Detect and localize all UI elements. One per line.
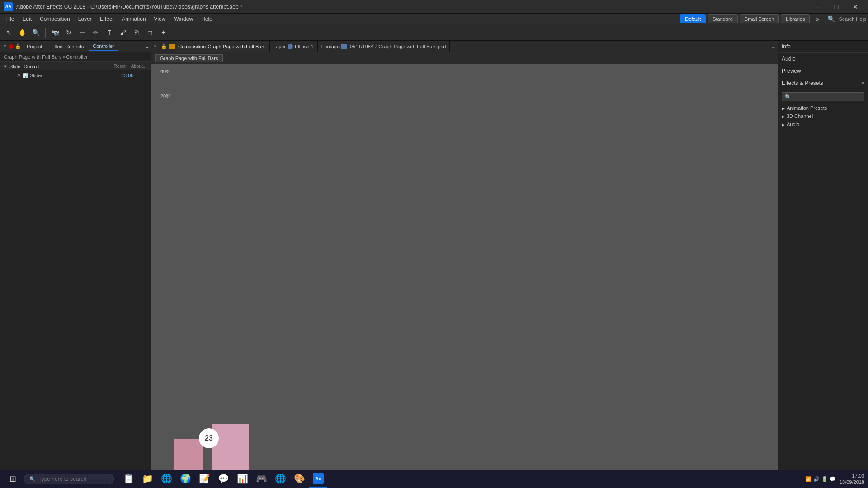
slider-prop: ⏱ 📊 Slider 23.00 [0,70,151,80]
audio-label: Audio [782,56,864,62]
slider-value[interactable]: 23.00 [121,73,148,78]
workspace-small-screen[interactable]: Small Screen [740,14,779,23]
percentage-40-label: 40% [160,69,170,74]
info-section[interactable]: Info [778,41,868,53]
effects-presets-label: Effects & Presets [782,80,823,86]
workspace-libraries[interactable]: Libraries [781,14,810,23]
footage-icon [341,44,347,49]
teams-btn[interactable]: 💬 [214,470,232,488]
bar-circle-label: 23 [199,428,219,448]
menu-effect[interactable]: Effect [96,15,117,23]
effects-presets-section[interactable]: Effects & Presets ≡ [778,77,868,89]
composition-viewer[interactable]: 40% 20% 23 ▭ ⊞ 📷 [151,64,778,488]
orbit-tool[interactable]: ↻ [63,27,75,38]
comp-tab-active[interactable]: Composition Graph Page with Full Bars [175,41,270,52]
viewer-background: 40% 20% 23 [151,64,778,474]
close-icon[interactable]: ✕ [3,43,7,49]
close-tab-icon[interactable]: ✕ [151,43,159,49]
stopwatch-icon[interactable]: ⏱ [16,73,21,78]
menu-layer[interactable]: Layer [75,15,95,23]
brush-tool[interactable]: 🖌 [117,27,129,38]
taskbar-search-input[interactable] [38,476,102,482]
start-button[interactable]: ⊞ [4,470,22,488]
workspace-default[interactable]: Default [680,14,706,23]
slider-control-label: Slider Control [9,64,110,69]
collapse-icon: ▼ [3,64,8,69]
comp-tab-footage[interactable]: Footage 08/11/1984 / Graph Page with Ful… [318,41,450,52]
tab-controller[interactable]: Controller [89,42,118,51]
about-button[interactable]: About... [129,63,148,69]
footage-date: 08/11/1984 [349,44,373,49]
panel-lock-icon[interactable]: 🔒 [15,43,21,49]
comp-tab-layer[interactable]: Layer Ellipse 1 [270,41,318,52]
menu-edit[interactable]: Edit [19,15,35,23]
effects-search[interactable] [778,89,868,104]
effects-menu-icon[interactable]: ≡ [862,80,864,86]
camera-tool[interactable]: 📷 [49,27,61,38]
record-indicator [9,44,13,49]
render-icon: 🔒 [159,43,169,49]
taskbar-search-box[interactable]: 🔍 [24,474,114,484]
menu-composition[interactable]: Composition [36,15,74,23]
workspace-menu-icon[interactable]: » [811,13,823,25]
footage-name: Graph Page with Full Bars.psd [378,44,446,49]
preview-section[interactable]: Preview [778,65,868,77]
effects-search-input[interactable] [782,92,864,101]
wifi-icon: 📶 [805,476,811,482]
animation-presets-item[interactable]: Animation Presets [778,104,868,112]
search-help-icon[interactable]: 🔍 [825,13,837,25]
system-tray[interactable]: 📶 🔊 🔋 💬 [805,476,836,482]
selection-tool[interactable]: ↖ [3,27,14,38]
close-button[interactable]: ✕ [846,0,864,14]
ae-btn[interactable]: Ae [309,470,327,488]
expand-3d-icon [782,113,785,119]
3d-channel-item[interactable]: 3D Channel [778,112,868,120]
panel-menu-icon[interactable]: ≡ [146,44,148,49]
gamepad-btn[interactable]: 🎮 [252,470,270,488]
menu-help[interactable]: Help [198,15,216,23]
reset-button[interactable]: Reset [112,63,127,69]
explorer-btn[interactable]: 📁 [138,470,156,488]
maximize-button[interactable]: □ [827,0,845,14]
edge-btn[interactable]: 🌐 [157,470,175,488]
3d-channel-label: 3D Channel [787,113,813,119]
tab-project[interactable]: Project [23,43,46,50]
task-view-btn[interactable]: 📋 [119,470,137,488]
menu-animation[interactable]: Animation [118,15,149,23]
center-panel: ✕ 🔒 Composition Graph Page with Full Bar… [151,41,778,488]
puppet-tool[interactable]: ✦ [158,27,170,38]
audio-item[interactable]: Audio [778,120,868,128]
taskbar-clock[interactable]: 17:03 18/09/2018 [840,473,864,486]
slider-control-group[interactable]: ▼ Slider Control Reset About... [0,62,151,70]
pen-tool[interactable]: ✏ [90,27,102,38]
menu-view[interactable]: View [151,15,170,23]
menu-window[interactable]: Window [170,15,197,23]
word-btn[interactable]: 📝 [195,470,213,488]
percentage-20-label: 20% [160,94,170,99]
volume-icon: 🔊 [813,476,820,482]
workspace-standard[interactable]: Standard [708,14,738,23]
minimize-button[interactable]: ─ [808,0,826,14]
chrome-btn[interactable]: 🌍 [176,470,194,488]
browser2-btn[interactable]: 🌐 [271,470,289,488]
toolbar: ↖ ✋ 🔍 📷 ↻ ▭ ✏ T 🖌 ⎘ ◻ ✦ [0,24,868,41]
tab-effect-controls[interactable]: Effect Controls [47,43,87,50]
window-controls[interactable]: ─ □ ✕ [808,0,864,14]
eraser-tool[interactable]: ◻ [144,27,156,38]
hand-tool[interactable]: ✋ [16,27,28,38]
search-help-label[interactable]: Search Help [839,16,866,22]
footage-label: Footage [321,44,340,49]
date-display: 18/09/2018 [840,479,864,485]
time-display: 17:03 [840,473,864,479]
active-tab-label[interactable]: Graph Page with Full Bars [155,54,223,62]
comp-tab-menu[interactable]: ≡ [769,44,778,49]
menu-file[interactable]: File [2,15,18,23]
zoom-tool[interactable]: 🔍 [30,27,42,38]
paint-btn[interactable]: 🎨 [290,470,308,488]
clone-tool[interactable]: ⎘ [131,27,142,38]
excel-btn[interactable]: 📊 [233,470,251,488]
audio-section[interactable]: Audio [778,53,868,65]
text-tool[interactable]: T [104,27,115,38]
rect-tool[interactable]: ▭ [76,27,88,38]
title-bar: Ae Adobe After Effects CC 2018 - C:\User… [0,0,868,14]
